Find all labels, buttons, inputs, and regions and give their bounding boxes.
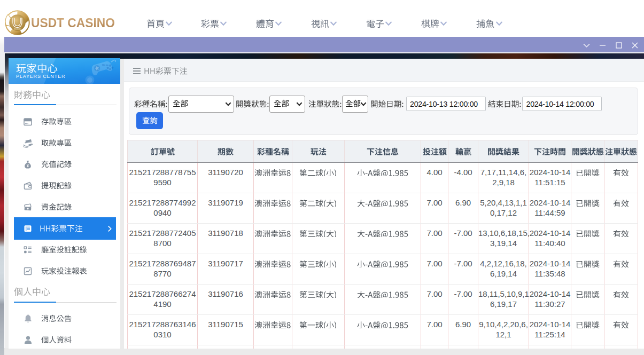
svg-text:CASINO: CASINO [14,28,21,30]
